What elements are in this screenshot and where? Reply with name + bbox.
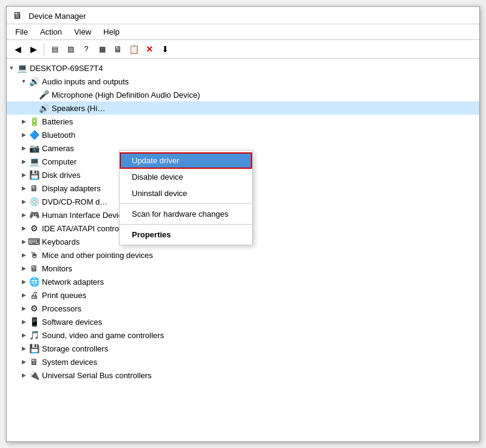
mice-expander[interactable]: ▶ [19,250,29,260]
audio-icon: 🔊 [29,76,39,87]
refresh-button[interactable]: ⬇ [158,42,173,56]
menu-help[interactable]: Help [97,25,126,38]
system-icon: 🖥 [29,356,39,367]
speakers-icon: 🔊 [38,103,49,114]
usb-expander[interactable]: ▶ [19,370,29,380]
toolbar-separator-1 [44,43,44,55]
print-expander[interactable]: ▶ [19,290,29,300]
audio-label: Audio inputs and outputs [42,77,129,86]
mice-label: Mice and other pointing devices [42,251,153,260]
tree-batteries[interactable]: ▶ 🔋 Batteries [7,115,479,128]
ide-expander[interactable]: ▶ [19,223,29,233]
system-expander[interactable]: ▶ [19,357,29,367]
tree-sound[interactable]: ▶ 🎵 Sound, video and game controllers [7,328,479,342]
mic-expander [29,90,38,100]
tree-speakers[interactable]: 🔊 Speakers (Hi… [7,101,479,115]
monitor-button[interactable]: 🖥 [111,42,125,56]
tree-processors[interactable]: ▶ ⚙ Processors [7,302,479,315]
display-expander[interactable]: ▶ [19,183,29,193]
cameras-expander[interactable]: ▶ [19,143,29,153]
root-expander[interactable]: ▼ [7,63,16,73]
forward-button[interactable]: ▶ [26,42,41,56]
ide-icon: ⚙ [29,223,39,234]
menu-file[interactable]: File [9,25,34,38]
tree-mice[interactable]: ▶ 🖱 Mice and other pointing devices [7,248,479,262]
processors-label: Processors [42,304,81,313]
device-manager-window: 🖥 Device Manager File Action View Help ◀… [6,6,480,442]
computer-label: Computer [42,157,77,166]
tree-audio[interactable]: ▼ 🔊 Audio inputs and outputs [7,75,479,88]
audio-expander[interactable]: ▼ [19,76,29,86]
tree-network[interactable]: ▶ 🌐 Network adapters [7,275,479,288]
display-label: Display adapters [42,184,101,193]
tree-print[interactable]: ▶ 🖨 Print queues [7,288,479,302]
properties-button[interactable]: ▤ [47,42,62,56]
mice-icon: 🖱 [29,249,39,260]
root-icon: 💻 [16,63,27,73]
context-menu: Update driver Disable device Uninstall d… [119,150,253,245]
print-icon: 🖨 [29,290,39,300]
bluetooth-expander[interactable]: ▶ [19,130,29,140]
tree-bluetooth[interactable]: ▶ 🔷 Bluetooth [7,128,479,141]
network-icon: 🌐 [29,276,39,287]
cameras-icon: 📷 [29,143,39,154]
hid-icon: 🎮 [29,209,39,220]
network-expander[interactable]: ▶ [19,277,29,287]
network-label: Network adapters [42,277,104,287]
dvd-icon: 💿 [29,196,39,207]
software-label: Software devices [42,317,102,327]
menu-action[interactable]: Action [34,25,68,38]
window-title: Device Manager [29,12,86,21]
context-update-driver[interactable]: Update driver [120,152,252,169]
monitors-label: Monitors [42,264,72,273]
software-icon: 📱 [29,316,39,327]
context-properties[interactable]: Properties [120,226,252,243]
root-label: DESKTOP-69SE7T4 [30,64,103,73]
computer-expander[interactable]: ▶ [19,157,29,166]
context-uninstall-device[interactable]: Uninstall device [120,185,252,202]
software-expander[interactable]: ▶ [19,317,29,327]
back-button[interactable]: ◀ [10,42,25,56]
context-disable-device[interactable]: Disable device [120,169,252,185]
context-scan-hardware[interactable]: Scan for hardware changes [120,206,252,222]
disk-expander[interactable]: ▶ [19,170,29,180]
keyboards-expander[interactable]: ▶ [19,237,29,246]
tree-monitors[interactable]: ▶ 🖥 Monitors [7,262,479,275]
tree-software-devices[interactable]: ▶ 📱 Software devices [7,315,479,328]
remove-button[interactable]: ✕ [142,42,157,56]
mic-label: Microphone (High Definition Audio Device… [52,90,200,100]
bluetooth-icon: 🔷 [29,129,39,140]
usb-icon: 🔌 [29,370,39,381]
window-icon: 🖥 [12,10,22,21]
tree-usb[interactable]: ▶ 🔌 Universal Serial Bus controllers [7,368,479,382]
display-icon: 🖥 [29,183,39,194]
tree-system[interactable]: ▶ 🖥 System devices [7,355,479,368]
dvd-expander[interactable]: ▶ [19,197,29,206]
processors-expander[interactable]: ▶ [19,304,29,313]
screen-button[interactable]: ▩ [95,42,109,56]
speakers-label: Speakers (Hi… [52,104,105,113]
tree-storage[interactable]: ▶ 💾 Storage controllers [7,342,479,355]
help-button[interactable]: ? [79,42,94,56]
sound-label: Sound, video and game controllers [42,331,164,340]
storage-expander[interactable]: ▶ [19,344,29,353]
batteries-icon: 🔋 [29,116,39,127]
driver-button[interactable]: ▨ [63,42,78,56]
disk-label: Disk drives [42,171,81,180]
processors-icon: ⚙ [29,303,39,314]
cameras-label: Cameras [42,144,74,153]
batteries-expander[interactable]: ▶ [19,117,29,126]
monitors-expander[interactable]: ▶ [19,263,29,273]
sound-expander[interactable]: ▶ [19,330,29,340]
toolbar: ◀ ▶ ▤ ▨ ? ▩ 🖥 📋 ✕ ⬇ [7,40,479,59]
print-label: Print queues [42,291,86,300]
add-button[interactable]: 📋 [126,42,141,56]
tree-microphone[interactable]: 🎤 Microphone (High Definition Audio Devi… [7,88,479,101]
menu-view[interactable]: View [68,25,97,38]
sound-icon: 🎵 [29,330,39,341]
hid-expander[interactable]: ▶ [19,210,29,220]
storage-icon: 💾 [29,343,39,354]
mic-icon: 🎤 [38,89,49,100]
tree-root[interactable]: ▼ 💻 DESKTOP-69SE7T4 [7,61,479,75]
speakers-expander [29,103,38,113]
